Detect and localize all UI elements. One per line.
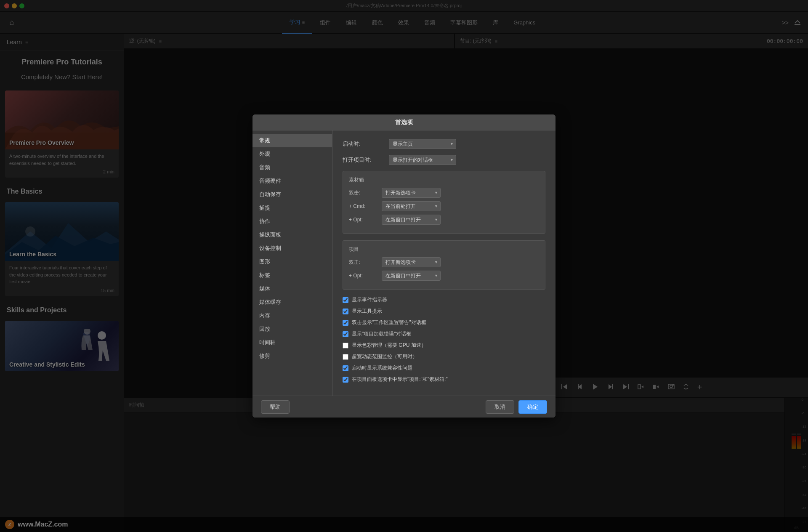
startup-label: 启动时: <box>343 140 385 148</box>
project-section: 项目 双击: 打开新选项卡 + Opt: 在新窗口中打 <box>343 240 545 290</box>
modal-header: 首选项 <box>252 114 556 130</box>
bin-cmd-select[interactable]: 在当前处打开 <box>382 201 441 211</box>
startup-row: 启动时: 显示主页 <box>343 139 545 149</box>
sidebar-item-appearance[interactable]: 外观 <box>252 147 332 161</box>
sidebar-item-audio-hardware[interactable]: 音频硬件 <box>252 174 332 188</box>
bin-cmd-label: + Cmd: <box>349 203 378 209</box>
checkbox-label-5: 超宽动态范围监控（可用时） <box>352 353 417 360</box>
checkbox-5[interactable] <box>343 354 348 360</box>
project-opt-select[interactable]: 在新窗口中打开 <box>382 271 441 281</box>
checkbox-label-4: 显示色彩管理（需要 GPU 加速） <box>352 342 426 349</box>
sidebar-item-autosave[interactable]: 自动保存 <box>252 188 332 201</box>
checkbox-row-0: 显示事件指示器 <box>343 296 545 303</box>
project-double-label: 双击: <box>349 259 378 266</box>
sidebar-item-general[interactable]: 常规 <box>252 134 332 147</box>
preferences-modal: 首选项 常规 外观 音频 音频硬件 自动保存 捕捉 协作 操纵面板 设备控制 图… <box>252 114 556 418</box>
sidebar-item-media[interactable]: 媒体 <box>252 282 332 295</box>
open-project-row: 打开项目时: 显示打开的对话框 <box>343 155 545 165</box>
bin-double-select[interactable]: 打开新选项卡 <box>382 188 441 198</box>
sidebar-item-control-surface[interactable]: 操纵面板 <box>252 228 332 242</box>
bin-cmd-row: + Cmd: 在当前处打开 <box>349 201 539 211</box>
checkbox-row-2: 双击显示"工作区重置警告"对话框 <box>343 319 545 326</box>
sidebar-item-media-cache[interactable]: 媒体缓存 <box>252 295 332 309</box>
startup-select[interactable]: 显示主页 <box>389 139 456 149</box>
bin-cmd-select-wrap: 在当前处打开 <box>382 201 441 211</box>
project-opt-label: + Opt: <box>349 273 378 279</box>
sidebar-item-device-control[interactable]: 设备控制 <box>252 242 332 255</box>
sidebar-item-memory[interactable]: 内存 <box>252 309 332 322</box>
modal-content: 启动时: 显示主页 打开项目时: 显示打开的对话框 <box>332 130 556 396</box>
project-double-select[interactable]: 打开新选项卡 <box>382 257 441 267</box>
project-section-title: 项目 <box>349 246 539 253</box>
sidebar-item-playback[interactable]: 回放 <box>252 322 332 336</box>
bin-opt-label: + Opt: <box>349 217 378 223</box>
checkbox-label-7: 在项目面板选项卡中显示"项目:"和"素材箱:" <box>352 376 448 383</box>
sidebar-item-trim[interactable]: 修剪 <box>252 349 332 363</box>
checkbox-label-3: 显示"项目加载错误"对话框 <box>352 330 411 338</box>
checkbox-row-4: 显示色彩管理（需要 GPU 加速） <box>343 342 545 349</box>
checkbox-row-7: 在项目面板选项卡中显示"项目:"和"素材箱:" <box>343 376 545 383</box>
checkbox-row-5: 超宽动态范围监控（可用时） <box>343 353 545 360</box>
checkbox-3[interactable] <box>343 331 348 337</box>
checkbox-6[interactable] <box>343 365 348 371</box>
startup-select-wrap: 显示主页 <box>389 139 456 149</box>
project-double-row: 双击: 打开新选项卡 <box>349 257 539 267</box>
checkbox-label-0: 显示事件指示器 <box>352 296 387 303</box>
project-opt-select-wrap: 在新窗口中打开 <box>382 271 441 281</box>
sidebar-item-audio[interactable]: 音频 <box>252 161 332 174</box>
modal-overlay: 首选项 常规 外观 音频 音频硬件 自动保存 捕捉 协作 操纵面板 设备控制 图… <box>0 0 808 532</box>
ok-button[interactable]: 确定 <box>518 400 547 414</box>
bin-section-title: 素材箱 <box>349 176 539 184</box>
sidebar-item-capture[interactable]: 捕捉 <box>252 201 332 215</box>
checkbox-row-3: 显示"项目加载错误"对话框 <box>343 330 545 338</box>
sidebar-item-graphics[interactable]: 图形 <box>252 255 332 269</box>
checkbox-label-6: 启动时显示系统兼容性问题 <box>352 364 412 372</box>
sidebar-item-labels[interactable]: 标签 <box>252 269 332 282</box>
checkbox-7[interactable] <box>343 377 348 383</box>
checkbox-0[interactable] <box>343 297 348 303</box>
checkbox-2[interactable] <box>343 320 348 326</box>
bin-opt-select[interactable]: 在新窗口中打开 <box>382 215 441 225</box>
project-double-select-wrap: 打开新选项卡 <box>382 257 441 267</box>
checkbox-row-1: 显示工具提示 <box>343 308 545 315</box>
bin-opt-row: + Opt: 在新窗口中打开 <box>349 215 539 225</box>
help-button[interactable]: 帮助 <box>261 400 290 414</box>
checkbox-4[interactable] <box>343 343 348 348</box>
project-opt-row: + Opt: 在新窗口中打开 <box>349 271 539 281</box>
modal-title: 首选项 <box>395 119 413 126</box>
modal-footer: 帮助 取消 确定 <box>252 396 556 418</box>
checkbox-label-2: 双击显示"工作区重置警告"对话框 <box>352 319 426 326</box>
modal-body: 常规 外观 音频 音频硬件 自动保存 捕捉 协作 操纵面板 设备控制 图形 标签… <box>252 130 556 396</box>
bin-opt-select-wrap: 在新窗口中打开 <box>382 215 441 225</box>
checkbox-row-6: 启动时显示系统兼容性问题 <box>343 364 545 372</box>
bin-double-select-wrap: 打开新选项卡 <box>382 188 441 198</box>
open-project-label: 打开项目时: <box>343 156 385 164</box>
cancel-button[interactable]: 取消 <box>486 400 514 414</box>
checkbox-label-1: 显示工具提示 <box>352 308 382 315</box>
modal-sidebar: 常规 外观 音频 音频硬件 自动保存 捕捉 协作 操纵面板 设备控制 图形 标签… <box>252 130 332 396</box>
bin-double-row: 双击: 打开新选项卡 <box>349 188 539 198</box>
open-project-select[interactable]: 显示打开的对话框 <box>389 155 456 165</box>
bin-section: 素材箱 双击: 打开新选项卡 + Cmd: 在当前处打 <box>343 171 545 234</box>
open-project-select-wrap: 显示打开的对话框 <box>389 155 456 165</box>
sidebar-item-timeline[interactable]: 时间轴 <box>252 336 332 349</box>
checkbox-1[interactable] <box>343 309 348 314</box>
sidebar-item-collaboration[interactable]: 协作 <box>252 215 332 228</box>
bin-double-label: 双击: <box>349 189 378 197</box>
